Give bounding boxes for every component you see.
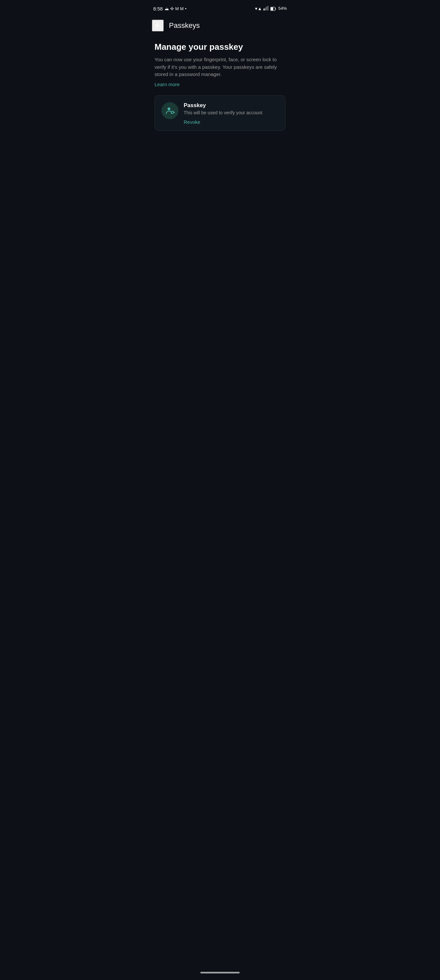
- gmail-icon: M: [175, 6, 179, 11]
- svg-rect-1: [265, 8, 266, 11]
- app-bar-title: Passkeys: [169, 21, 200, 30]
- status-bar-right: ▾▲ 54%: [255, 6, 287, 11]
- battery-text: 54%: [278, 6, 287, 11]
- mountain-icon: ⛰: [165, 6, 169, 11]
- page-heading: Manage your passkey: [154, 42, 286, 52]
- passkey-icon-container: [161, 102, 178, 119]
- svg-rect-2: [266, 6, 267, 11]
- wifi-icon: ▾▲: [255, 6, 262, 11]
- svg-rect-5: [275, 8, 276, 10]
- revoke-button[interactable]: Revoke: [184, 119, 200, 125]
- passkey-subtitle: This will be used to verify your account: [184, 110, 279, 115]
- gmail2-icon: M: [180, 6, 184, 11]
- status-time: 8:58: [153, 6, 163, 11]
- svg-rect-6: [271, 7, 273, 10]
- compass-icon: ✣: [170, 6, 174, 11]
- svg-rect-10: [174, 112, 175, 113]
- passkey-title: Passkey: [184, 102, 279, 109]
- svg-rect-3: [267, 6, 268, 11]
- status-icons: ⛰ ✣ M M •: [165, 6, 186, 11]
- status-bar-left: 8:58 ⛰ ✣ M M •: [153, 6, 186, 11]
- battery-indicator: 54%: [270, 6, 287, 11]
- notification-dot: •: [185, 6, 187, 11]
- signal-icon: [264, 6, 269, 11]
- passkey-card: Passkey This will be used to verify your…: [154, 95, 286, 131]
- passkey-info: Passkey This will be used to verify your…: [184, 102, 279, 125]
- learn-more-link[interactable]: Learn more: [154, 81, 180, 87]
- app-bar: Passkeys: [147, 16, 293, 35]
- svg-point-7: [168, 107, 170, 110]
- status-bar: 8:58 ⛰ ✣ M M • ▾▲: [147, 0, 293, 16]
- main-content: Manage your passkey You can now use your…: [147, 35, 293, 137]
- svg-rect-9: [173, 112, 175, 112]
- svg-rect-0: [264, 8, 265, 11]
- back-button[interactable]: [152, 20, 164, 32]
- passkey-person-key-icon: [165, 106, 175, 116]
- page-description: You can now use your fingerprint, face, …: [154, 56, 286, 78]
